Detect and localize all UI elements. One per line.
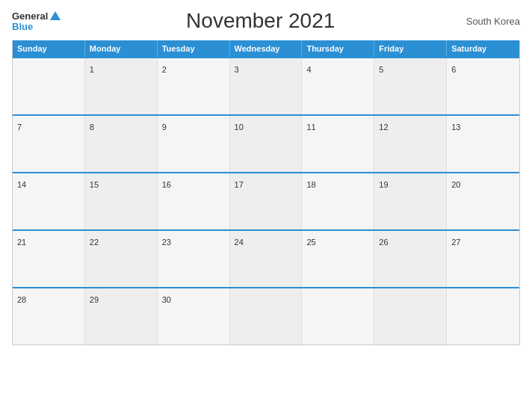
calendar-cell: 17 xyxy=(230,173,303,229)
cell-number: 8 xyxy=(90,123,94,132)
cell-number: 9 xyxy=(162,123,167,132)
calendar-cell: 27 xyxy=(447,231,519,287)
day-header-friday: Friday xyxy=(374,40,447,57)
calendar-cell xyxy=(302,288,374,344)
cell-number: 28 xyxy=(17,295,26,304)
calendar-cell: 26 xyxy=(374,231,447,287)
cell-number: 12 xyxy=(379,123,388,132)
calendar-title: November 2021 xyxy=(61,9,460,33)
calendar-cell: 14 xyxy=(13,173,85,229)
cell-number: 13 xyxy=(451,123,460,132)
logo-triangle-icon xyxy=(50,11,61,20)
cell-number: 2 xyxy=(162,65,167,74)
cell-number: 1 xyxy=(90,65,94,74)
cell-number: 30 xyxy=(162,295,171,304)
day-header-monday: Monday xyxy=(85,40,158,57)
cell-number: 14 xyxy=(17,180,26,189)
calendar-cell: 10 xyxy=(230,116,303,172)
calendar-cell: 5 xyxy=(374,58,447,114)
cell-number: 19 xyxy=(379,180,388,189)
calendar-week-3: 14151617181920 xyxy=(13,172,519,229)
calendar-cell: 7 xyxy=(13,116,85,172)
calendar-cell: 8 xyxy=(85,116,158,172)
calendar-cell xyxy=(447,288,519,344)
calendar-cell xyxy=(230,288,303,344)
day-header-thursday: Thursday xyxy=(302,40,374,57)
calendar-grid: SundayMondayTuesdayWednesdayThursdayFrid… xyxy=(12,40,520,345)
day-header-wednesday: Wednesday xyxy=(230,40,303,57)
calendar-cell: 20 xyxy=(447,173,519,229)
cell-number: 21 xyxy=(17,238,26,247)
cell-number: 11 xyxy=(306,123,315,132)
calendar-cell xyxy=(13,58,85,114)
calendar-body: 1234567891011121314151617181920212223242… xyxy=(13,57,519,344)
calendar-cell: 2 xyxy=(158,58,230,114)
cell-number: 16 xyxy=(162,180,171,189)
cell-number: 6 xyxy=(451,65,456,74)
cell-number: 29 xyxy=(90,295,99,304)
calendar-cell: 9 xyxy=(158,116,230,172)
calendar-cell: 19 xyxy=(374,173,447,229)
cell-number: 17 xyxy=(235,180,244,189)
day-header-saturday: Saturday xyxy=(447,40,519,57)
calendar-cell: 30 xyxy=(158,288,230,344)
calendar-cell: 21 xyxy=(13,231,85,287)
calendar-cell: 11 xyxy=(302,116,374,172)
calendar-week-4: 21222324252627 xyxy=(13,229,519,287)
calendar-cell: 23 xyxy=(158,231,230,287)
cell-number: 25 xyxy=(306,238,315,247)
calendar-cell: 22 xyxy=(85,231,158,287)
calendar-cell xyxy=(374,288,447,344)
cell-number: 22 xyxy=(90,238,99,247)
calendar-cell: 12 xyxy=(374,116,447,172)
calendar-cell: 13 xyxy=(447,116,519,172)
cell-number: 18 xyxy=(306,180,315,189)
cell-number: 7 xyxy=(17,123,22,132)
calendar-cell: 25 xyxy=(302,231,374,287)
calendar-cell: 15 xyxy=(85,173,158,229)
cell-number: 4 xyxy=(306,65,311,74)
cell-number: 24 xyxy=(235,238,244,247)
calendar-container: General Blue November 2021 South Korea S… xyxy=(0,0,532,411)
calendar-cell: 3 xyxy=(230,58,303,114)
day-header-tuesday: Tuesday xyxy=(158,40,230,57)
cell-number: 26 xyxy=(379,238,388,247)
cell-number: 20 xyxy=(451,180,460,189)
cell-number: 5 xyxy=(379,65,383,74)
country-name: South Korea xyxy=(460,16,520,27)
logo-blue: Blue xyxy=(12,22,33,31)
logo: General Blue xyxy=(12,11,61,31)
calendar-cell: 1 xyxy=(85,58,158,114)
calendar-cell: 29 xyxy=(85,288,158,344)
day-headers-row: SundayMondayTuesdayWednesdayThursdayFrid… xyxy=(13,40,519,57)
calendar-cell: 28 xyxy=(13,288,85,344)
calendar-cell: 6 xyxy=(447,58,519,114)
calendar-week-5: 282930 xyxy=(13,287,519,344)
logo-general: General xyxy=(12,11,48,21)
calendar-week-1: 123456 xyxy=(13,57,519,114)
cell-number: 15 xyxy=(90,180,99,189)
calendar-cell: 24 xyxy=(230,231,303,287)
cell-number: 27 xyxy=(451,238,460,247)
calendar-cell: 4 xyxy=(302,58,374,114)
calendar-cell: 16 xyxy=(158,173,230,229)
cell-number: 3 xyxy=(235,65,239,74)
calendar-header: General Blue November 2021 South Korea xyxy=(12,9,520,33)
day-header-sunday: Sunday xyxy=(13,40,85,57)
calendar-week-2: 78910111213 xyxy=(13,114,519,172)
cell-number: 10 xyxy=(235,123,244,132)
calendar-cell: 18 xyxy=(302,173,374,229)
cell-number: 23 xyxy=(162,238,171,247)
